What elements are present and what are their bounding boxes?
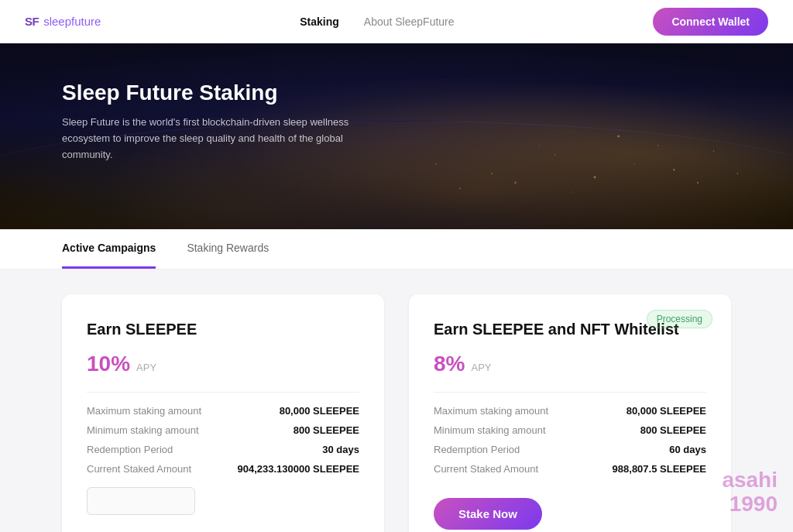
card1-amount-input[interactable] — [87, 487, 195, 515]
nav-links: Staking About SleepFuture — [300, 15, 454, 28]
card2-value-0: 80,000 SLEEPEE — [627, 405, 706, 417]
tabs-row: Active Campaigns Staking Rewards — [62, 229, 731, 269]
card1-row-2: Redemption Period 30 days — [87, 444, 359, 455]
card-earn-sleepee-nft: Processing Earn SLEEPEE and NFT Whitelis… — [409, 294, 731, 532]
card1-value-1: 800 SLEEPEE — [294, 424, 359, 436]
logo[interactable]: SF sleepfuture — [25, 15, 101, 28]
card1-label-2: Redemption Period — [87, 444, 173, 455]
nav-about[interactable]: About SleepFuture — [364, 15, 455, 28]
card2-label-0: Maximum staking amount — [434, 405, 548, 417]
card1-row-0: Maximum staking amount 80,000 SLEEPEE — [87, 405, 359, 417]
card2-label-1: Minimum staking amount — [434, 424, 546, 436]
hero-description: Sleep Future is the world's first blockc… — [62, 115, 387, 163]
nav-staking[interactable]: Staking — [300, 15, 339, 28]
card1-label-0: Maximum staking amount — [87, 405, 201, 417]
card2-row-2: Redemption Period 60 days — [434, 444, 706, 455]
card1-apy-label: APY — [136, 362, 156, 373]
logo-brand-text: sleepfuture — [43, 15, 101, 28]
card1-label-3: Current Staked Amount — [87, 463, 191, 475]
card1-value-3: 904,233.130000 SLEEPEE — [237, 463, 359, 475]
card2-value-1: 800 SLEEPEE — [640, 424, 706, 436]
tabs-section: Active Campaigns Staking Rewards — [0, 229, 793, 269]
tab-active-campaigns[interactable]: Active Campaigns — [62, 229, 156, 269]
card2-row-3: Current Staked Amount 988,807.5 SLEEPEE — [434, 463, 706, 475]
card1-divider — [87, 392, 359, 393]
card1-label-1: Minimum staking amount — [87, 424, 199, 436]
card2-status-badge: Processing — [647, 310, 712, 328]
hero-section: Sleep Future Staking Sleep Future is the… — [0, 43, 793, 229]
logo-sf-text: SF — [25, 15, 39, 28]
navbar: SF sleepfuture Staking About SleepFuture… — [0, 0, 793, 43]
connect-wallet-button[interactable]: Connect Wallet — [653, 8, 768, 36]
card2-apy-label: APY — [471, 362, 491, 373]
card2-value-2: 60 days — [669, 444, 706, 455]
card2-label-3: Current Staked Amount — [434, 463, 538, 475]
card2-row-1: Minimum staking amount 800 SLEEPEE — [434, 424, 706, 436]
stake-now-button[interactable]: Stake Now — [434, 498, 542, 530]
card1-apy-value: 10% — [87, 352, 130, 376]
card2-row-0: Maximum staking amount 80,000 SLEEPEE — [434, 405, 706, 417]
content-area: Earn SLEEPEE 10% APY Maximum staking amo… — [0, 269, 793, 532]
hero-title: Sleep Future Staking — [62, 81, 403, 105]
card2-apy-value: 8% — [434, 352, 465, 376]
card2-value-3: 988,807.5 SLEEPEE — [613, 463, 706, 475]
card2-apy-row: 8% APY — [434, 352, 706, 376]
card1-value-2: 30 days — [322, 444, 359, 455]
cards-row: Earn SLEEPEE 10% APY Maximum staking amo… — [62, 294, 731, 532]
hero-content: Sleep Future Staking Sleep Future is the… — [0, 43, 465, 200]
card1-apy-row: 10% APY — [87, 352, 359, 376]
card2-label-2: Redemption Period — [434, 444, 520, 455]
card1-row-1: Minimum staking amount 800 SLEEPEE — [87, 424, 359, 436]
card1-title: Earn SLEEPEE — [87, 319, 359, 339]
card1-row-3: Current Staked Amount 904,233.130000 SLE… — [87, 463, 359, 475]
card2-divider — [434, 392, 706, 393]
card1-value-0: 80,000 SLEEPEE — [280, 405, 359, 417]
tab-staking-rewards[interactable]: Staking Rewards — [187, 229, 269, 269]
card-earn-sleepee: Earn SLEEPEE 10% APY Maximum staking amo… — [62, 294, 384, 532]
